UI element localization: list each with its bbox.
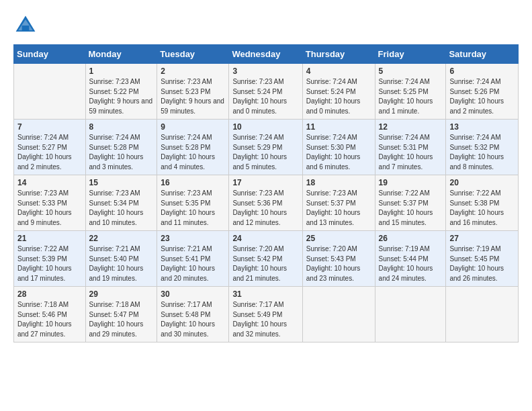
calendar-cell: 5Sunrise: 7:24 AMSunset: 5:25 PMDaylight… — [375, 64, 446, 120]
day-number: 20 — [449, 178, 515, 187]
calendar-week-row: 21Sunrise: 7:22 AMSunset: 5:39 PMDayligh… — [14, 231, 519, 287]
calendar-table: SundayMondayTuesdayWednesdayThursdayFrid… — [13, 44, 519, 342]
calendar-cell: 26Sunrise: 7:19 AMSunset: 5:44 PMDayligh… — [375, 231, 446, 287]
calendar-cell: 15Sunrise: 7:23 AMSunset: 5:34 PMDayligh… — [85, 175, 157, 231]
day-info: Sunrise: 7:17 AMSunset: 5:48 PMDaylight:… — [161, 300, 225, 339]
calendar-cell: 6Sunrise: 7:24 AMSunset: 5:26 PMDaylight… — [446, 64, 519, 120]
day-info: Sunrise: 7:23 AMSunset: 5:24 PMDaylight:… — [232, 77, 298, 116]
day-info: Sunrise: 7:24 AMSunset: 5:24 PMDaylight:… — [306, 77, 371, 116]
calendar-cell: 28Sunrise: 7:18 AMSunset: 5:46 PMDayligh… — [14, 287, 86, 342]
day-number: 4 — [306, 66, 371, 76]
calendar-week-row: 28Sunrise: 7:18 AMSunset: 5:46 PMDayligh… — [14, 287, 519, 342]
calendar-header-row: SundayMondayTuesdayWednesdayThursdayFrid… — [14, 45, 519, 64]
day-info: Sunrise: 7:23 AMSunset: 5:22 PMDaylight:… — [89, 77, 154, 116]
logo — [13, 13, 40, 38]
day-number: 21 — [17, 234, 82, 243]
day-number: 18 — [306, 178, 371, 187]
day-number: 25 — [306, 234, 371, 243]
calendar-cell: 1Sunrise: 7:23 AMSunset: 5:22 PMDaylight… — [85, 64, 157, 120]
calendar-week-row: 1Sunrise: 7:23 AMSunset: 5:22 PMDaylight… — [14, 64, 519, 120]
calendar-cell — [446, 287, 519, 342]
day-number: 22 — [89, 234, 154, 243]
day-number: 8 — [89, 122, 154, 132]
day-number: 14 — [17, 178, 82, 187]
day-info: Sunrise: 7:24 AMSunset: 5:28 PMDaylight:… — [89, 133, 154, 172]
page-header — [13, 13, 519, 38]
header-day-friday: Friday — [375, 45, 446, 64]
day-info: Sunrise: 7:19 AMSunset: 5:44 PMDaylight:… — [379, 244, 443, 283]
day-number: 16 — [161, 178, 225, 187]
day-info: Sunrise: 7:22 AMSunset: 5:38 PMDaylight:… — [449, 189, 515, 228]
calendar-cell: 24Sunrise: 7:20 AMSunset: 5:42 PMDayligh… — [229, 231, 302, 287]
day-info: Sunrise: 7:23 AMSunset: 5:34 PMDaylight:… — [89, 189, 154, 228]
day-number: 5 — [379, 66, 443, 76]
calendar-cell: 31Sunrise: 7:17 AMSunset: 5:49 PMDayligh… — [229, 287, 302, 342]
day-info: Sunrise: 7:24 AMSunset: 5:30 PMDaylight:… — [306, 133, 371, 172]
day-info: Sunrise: 7:23 AMSunset: 5:37 PMDaylight:… — [306, 189, 371, 228]
header-day-saturday: Saturday — [446, 45, 519, 64]
day-number: 19 — [379, 178, 443, 187]
day-info: Sunrise: 7:24 AMSunset: 5:28 PMDaylight:… — [161, 133, 225, 172]
calendar-cell: 8Sunrise: 7:24 AMSunset: 5:28 PMDaylight… — [85, 120, 157, 175]
day-number: 15 — [89, 178, 154, 187]
calendar-cell: 27Sunrise: 7:19 AMSunset: 5:45 PMDayligh… — [446, 231, 519, 287]
calendar-week-row: 14Sunrise: 7:23 AMSunset: 5:33 PMDayligh… — [14, 175, 519, 231]
calendar-cell: 22Sunrise: 7:21 AMSunset: 5:40 PMDayligh… — [85, 231, 157, 287]
day-number: 29 — [89, 289, 154, 299]
day-info: Sunrise: 7:24 AMSunset: 5:32 PMDaylight:… — [449, 133, 515, 172]
day-info: Sunrise: 7:18 AMSunset: 5:46 PMDaylight:… — [17, 300, 82, 339]
day-number: 2 — [161, 66, 225, 76]
calendar-cell: 2Sunrise: 7:23 AMSunset: 5:23 PMDaylight… — [157, 64, 229, 120]
calendar-cell: 18Sunrise: 7:23 AMSunset: 5:37 PMDayligh… — [302, 175, 375, 231]
day-info: Sunrise: 7:22 AMSunset: 5:37 PMDaylight:… — [379, 189, 443, 228]
calendar-cell: 19Sunrise: 7:22 AMSunset: 5:37 PMDayligh… — [375, 175, 446, 231]
day-number: 17 — [232, 178, 298, 187]
calendar-cell: 17Sunrise: 7:23 AMSunset: 5:36 PMDayligh… — [229, 175, 302, 231]
header-day-thursday: Thursday — [302, 45, 375, 64]
calendar-cell: 9Sunrise: 7:24 AMSunset: 5:28 PMDaylight… — [157, 120, 229, 175]
calendar-week-row: 7Sunrise: 7:24 AMSunset: 5:27 PMDaylight… — [14, 120, 519, 175]
calendar-cell: 16Sunrise: 7:23 AMSunset: 5:35 PMDayligh… — [157, 175, 229, 231]
day-number: 7 — [17, 122, 82, 132]
calendar-cell: 7Sunrise: 7:24 AMSunset: 5:27 PMDaylight… — [14, 120, 86, 175]
day-info: Sunrise: 7:21 AMSunset: 5:40 PMDaylight:… — [89, 244, 154, 283]
calendar-cell: 13Sunrise: 7:24 AMSunset: 5:32 PMDayligh… — [446, 120, 519, 175]
day-number: 31 — [232, 289, 298, 299]
day-number: 30 — [161, 289, 225, 299]
day-info: Sunrise: 7:19 AMSunset: 5:45 PMDaylight:… — [449, 244, 515, 283]
day-number: 6 — [449, 66, 515, 76]
day-number: 24 — [232, 234, 298, 243]
day-number: 3 — [232, 66, 298, 76]
calendar-cell: 23Sunrise: 7:21 AMSunset: 5:41 PMDayligh… — [157, 231, 229, 287]
day-number: 28 — [17, 289, 82, 299]
calendar-cell: 3Sunrise: 7:23 AMSunset: 5:24 PMDaylight… — [229, 64, 302, 120]
day-number: 12 — [379, 122, 443, 132]
calendar-cell: 25Sunrise: 7:20 AMSunset: 5:43 PMDayligh… — [302, 231, 375, 287]
day-number: 9 — [161, 122, 225, 132]
header-day-sunday: Sunday — [14, 45, 86, 64]
day-info: Sunrise: 7:24 AMSunset: 5:25 PMDaylight:… — [379, 77, 443, 116]
day-number: 27 — [449, 234, 515, 243]
header-day-tuesday: Tuesday — [157, 45, 229, 64]
day-info: Sunrise: 7:23 AMSunset: 5:35 PMDaylight:… — [161, 189, 225, 228]
day-info: Sunrise: 7:20 AMSunset: 5:43 PMDaylight:… — [306, 244, 371, 283]
day-info: Sunrise: 7:21 AMSunset: 5:41 PMDaylight:… — [161, 244, 225, 283]
day-info: Sunrise: 7:20 AMSunset: 5:42 PMDaylight:… — [232, 244, 298, 283]
calendar-cell — [14, 64, 86, 120]
calendar-cell: 10Sunrise: 7:24 AMSunset: 5:29 PMDayligh… — [229, 120, 302, 175]
day-number: 23 — [161, 234, 225, 243]
calendar-cell: 14Sunrise: 7:23 AMSunset: 5:33 PMDayligh… — [14, 175, 86, 231]
day-info: Sunrise: 7:18 AMSunset: 5:47 PMDaylight:… — [89, 300, 154, 339]
calendar-cell: 11Sunrise: 7:24 AMSunset: 5:30 PMDayligh… — [302, 120, 375, 175]
day-info: Sunrise: 7:24 AMSunset: 5:31 PMDaylight:… — [379, 133, 443, 172]
day-number: 26 — [379, 234, 443, 243]
svg-rect-2 — [22, 26, 30, 32]
day-info: Sunrise: 7:22 AMSunset: 5:39 PMDaylight:… — [17, 244, 82, 283]
calendar-cell: 4Sunrise: 7:24 AMSunset: 5:24 PMDaylight… — [302, 64, 375, 120]
calendar-cell: 30Sunrise: 7:17 AMSunset: 5:48 PMDayligh… — [157, 287, 229, 342]
calendar-cell: 21Sunrise: 7:22 AMSunset: 5:39 PMDayligh… — [14, 231, 86, 287]
day-info: Sunrise: 7:23 AMSunset: 5:23 PMDaylight:… — [161, 77, 225, 116]
header-day-wednesday: Wednesday — [229, 45, 302, 64]
header-day-monday: Monday — [85, 45, 157, 64]
day-info: Sunrise: 7:23 AMSunset: 5:36 PMDaylight:… — [232, 189, 298, 228]
